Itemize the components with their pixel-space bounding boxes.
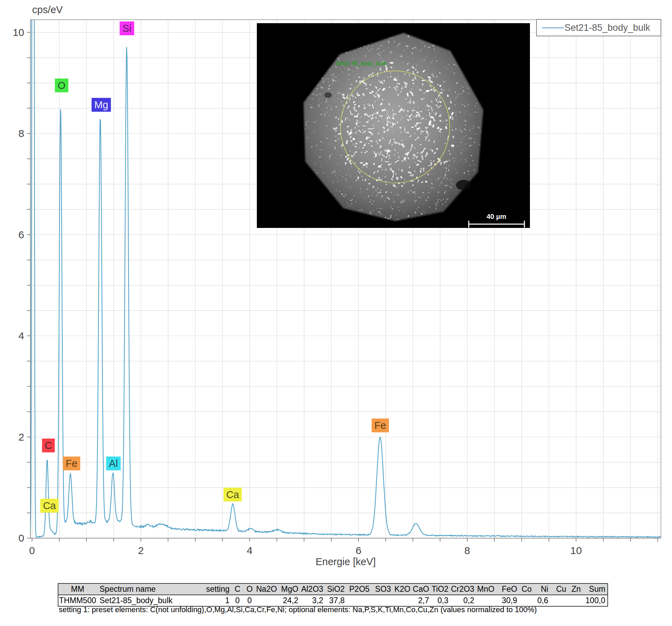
x-tick-label: 10 <box>570 545 582 556</box>
sem-dark-pit <box>456 180 471 190</box>
table-cell: 100,0 <box>583 595 608 606</box>
table-header-ni: Ni <box>534 583 550 595</box>
sem-inset-image: Set21-85_body_bulk 40 µm <box>257 23 530 228</box>
table-cell: 0,2 <box>450 595 476 606</box>
table-cell <box>256 595 279 606</box>
y-tick-label: 6 <box>18 229 24 240</box>
table-cell: 30,9 <box>496 595 519 606</box>
y-tick-label: 0 <box>18 532 24 544</box>
table-cell: 3,2 <box>300 595 325 606</box>
table-cell: 0,3 <box>431 595 450 606</box>
table-header-zn: Zn <box>568 583 583 595</box>
table-header-spectrum-name: Spectrum name <box>97 583 190 595</box>
x-tick-label: 6 <box>356 545 362 556</box>
table-header-cu: Cu <box>550 583 568 595</box>
table-cell <box>372 595 393 606</box>
table-header-setting: setting <box>190 583 232 595</box>
table-header-k2o: K2O <box>393 583 412 595</box>
table-header-tio2: TiO2 <box>431 583 450 595</box>
scale-bar-label: 40 µm <box>486 213 506 220</box>
table-header-o: O <box>243 583 256 595</box>
table-cell: 0 <box>232 595 243 606</box>
legend-series-label: Set21-85_body_bulk <box>564 22 650 33</box>
y-tick-label: 2 <box>18 431 24 443</box>
y-tick-label: 4 <box>18 330 24 341</box>
x-tick-label: 4 <box>247 545 253 556</box>
table-cell: 37,8 <box>325 595 347 606</box>
table-row: THMM500Set21-85_body_bulk10024,23,237,82… <box>58 595 608 606</box>
table-cell <box>393 595 412 606</box>
table-header-mno: MnO <box>476 583 496 595</box>
table-header-al2o3: Al2O3 <box>300 583 325 595</box>
table-header-sio2: SiO2 <box>325 583 347 595</box>
table-cell: 24,2 <box>279 595 300 606</box>
table-header-sum: Sum <box>583 583 608 595</box>
table-cell <box>568 595 583 606</box>
table-header-c: C <box>232 583 243 595</box>
table-cell: 2,7 <box>412 595 431 606</box>
y-axis-unit-label: cps/eV <box>32 4 63 16</box>
y-tick-label: 10 <box>13 27 24 38</box>
table-cell: THMM500 <box>58 595 97 606</box>
table-header-mm: MM <box>58 583 97 595</box>
table-cell: 0 <box>243 595 256 606</box>
table-header-feo: FeO <box>496 583 519 595</box>
table-header-so3: SO3 <box>372 583 393 595</box>
analysis-region-label: Set21-85_body_bulk <box>336 61 387 67</box>
y-tick-label: 8 <box>18 128 24 139</box>
legend: Set21-85_body_bulk <box>536 19 661 36</box>
table-cell: 0,6 <box>534 595 550 606</box>
sem-dark-pit <box>324 92 332 98</box>
x-tick-label: 2 <box>138 545 144 556</box>
eds-spectrum-report: cps/eV 02468100246810 CCaFeOMgAlSiCaFe E… <box>0 0 672 626</box>
table-cell: 1 <box>190 595 232 606</box>
table-cell <box>476 595 496 606</box>
x-tick-label: 8 <box>464 545 470 556</box>
table-header-na2o: Na2O <box>256 583 279 595</box>
sem-particle-canvas: Set21-85_body_bulk 40 µm <box>257 23 530 228</box>
table-header-cao: CaO <box>412 583 431 595</box>
setting-note: setting 1: preset elements: C(not unfold… <box>59 605 537 614</box>
table-cell: Set21-85_body_bulk <box>97 595 190 606</box>
table-cell <box>519 595 534 606</box>
legend-line-swatch <box>542 27 564 28</box>
quantification-table: MMSpectrum namesettingCONa2OMgOAl2O3SiO2… <box>58 583 608 607</box>
x-axis-title: Energie [keV] <box>283 556 408 568</box>
table-header-co: Co <box>519 583 534 595</box>
table-header-cr2o3: Cr2O3 <box>450 583 476 595</box>
table-header-mgo: MgO <box>279 583 300 595</box>
table-cell <box>550 595 568 606</box>
table-header-p2o5: P2O5 <box>347 583 372 595</box>
table-cell <box>347 595 372 606</box>
x-tick-label: 0 <box>29 545 35 556</box>
